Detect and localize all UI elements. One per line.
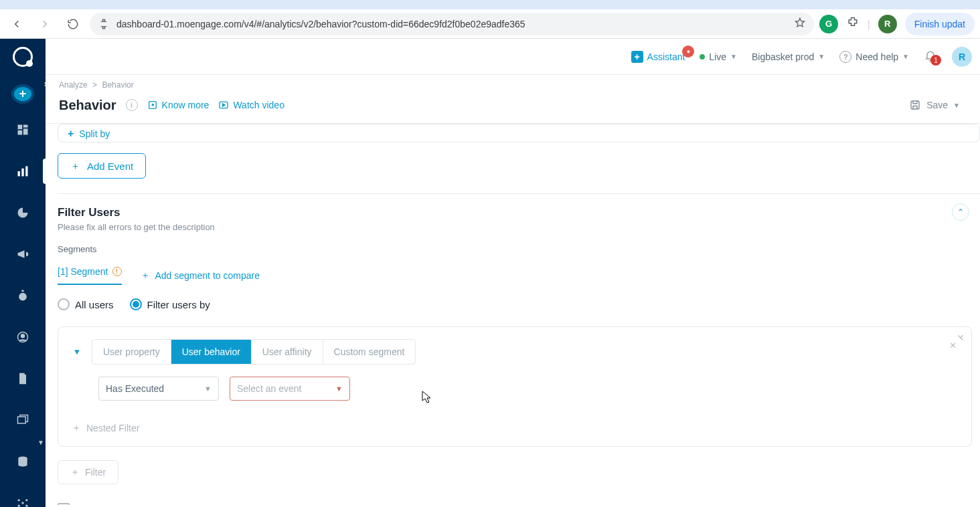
radio-icon <box>58 298 70 310</box>
assistant-badge-icon: ● <box>682 45 694 58</box>
add-filter-button[interactable]: ＋ Filter <box>58 460 118 484</box>
back-button[interactable] <box>5 13 28 35</box>
filter-users-panel: ⌃ Filter Users Please fix all errors to … <box>58 193 980 505</box>
svg-rect-13 <box>18 417 26 423</box>
sidebar-item-pie[interactable] <box>0 200 46 225</box>
chevron-down-icon: ▼ <box>902 53 909 60</box>
svg-rect-23 <box>911 101 919 109</box>
need-help-button[interactable]: ? Need help ▼ <box>839 51 909 63</box>
sidebar-scroll-down-icon[interactable]: ▼ <box>37 439 44 446</box>
chevron-down-icon: ▼ <box>335 385 343 393</box>
finish-update-button[interactable]: Finish updat <box>905 13 975 35</box>
chevron-down-icon: ▼ <box>953 102 960 109</box>
segment-tab-1[interactable]: [1] Segment ! <box>58 266 122 285</box>
add-nested-filter-button[interactable]: ＋ Nested Filter <box>69 422 961 434</box>
grammarly-extension-icon[interactable]: G <box>819 15 838 33</box>
page-title: Behavior <box>59 98 116 113</box>
chevron-down-icon: ▼ <box>730 53 737 60</box>
sidebar-item-stopwatch[interactable] <box>0 283 46 308</box>
svg-point-16 <box>18 499 20 501</box>
extensions-icon[interactable] <box>846 16 860 31</box>
svg-rect-4 <box>23 128 28 134</box>
execution-condition-select[interactable]: Has Executed ▼ <box>98 377 219 401</box>
sidebar-item-data[interactable] <box>0 449 46 474</box>
split-by-label[interactable]: Split by <box>79 128 110 139</box>
notifications-button[interactable]: 1 <box>924 49 937 64</box>
address-bar[interactable]: dashboard-01.moengage.com/v4/#/analytics… <box>90 13 814 35</box>
tab-user-property[interactable]: User property <box>92 340 171 364</box>
exclude-users-checkbox[interactable] <box>58 503 70 505</box>
breadcrumb-current: Behavior <box>102 80 133 90</box>
breadcrumb-parent[interactable]: Analyze <box>59 80 88 90</box>
close-icon[interactable]: ✕ <box>949 340 957 350</box>
sidebar-item-campaign[interactable] <box>0 241 46 267</box>
filter-subtitle: Please fix all errors to get the descrip… <box>58 222 980 232</box>
page-title-row: Behavior i Know more Watch video Save ▼ <box>46 90 980 124</box>
svg-rect-10 <box>21 290 23 292</box>
collapse-rule-icon[interactable]: ▼ <box>70 343 84 361</box>
url-text: dashboard-01.moengage.com/v4/#/analytics… <box>116 19 787 29</box>
status-dot-icon <box>700 54 705 60</box>
browser-toolbar: dashboard-01.moengage.com/v4/#/analytics… <box>0 9 980 39</box>
chevron-down-icon: ▼ <box>204 385 212 393</box>
plus-icon: ＋ <box>70 466 80 478</box>
sidebar: + <box>0 39 46 507</box>
know-more-link[interactable]: Know more <box>147 100 210 110</box>
svg-point-19 <box>25 505 27 507</box>
help-icon: ? <box>839 51 851 63</box>
svg-point-17 <box>25 499 27 501</box>
exclude-users-label: Exclude Users <box>76 504 141 506</box>
workspace-selector[interactable]: Bigbasket prod ▼ <box>752 52 825 62</box>
filter-rule-card: ✕ ▼ User property User behavior User aff… <box>69 336 961 413</box>
main-region: + Assistant ● Live ▼ Bigbasket prod ▼ ? … <box>46 39 980 507</box>
event-select[interactable]: Select an event ▼ <box>230 377 350 401</box>
svg-point-12 <box>21 334 25 338</box>
segment-tabs: [1] Segment ! ＋ Add segment to compare <box>58 266 980 285</box>
assistant-plus-icon: + <box>631 51 643 63</box>
plus-icon[interactable]: + <box>68 128 74 140</box>
add-segment-button[interactable]: ＋ Add segment to compare <box>141 270 260 282</box>
plus-icon: ＋ <box>141 270 150 282</box>
warning-icon: ! <box>112 267 122 276</box>
bookmark-star-icon[interactable] <box>794 17 806 31</box>
save-button[interactable]: Save ▼ <box>902 95 967 115</box>
radio-icon <box>130 298 142 310</box>
sidebar-item-layers[interactable] <box>0 407 46 433</box>
split-by-card: + Split by <box>58 124 980 142</box>
forward-button[interactable] <box>33 13 56 35</box>
sidebar-item-dashboard[interactable] <box>0 117 46 142</box>
svg-rect-6 <box>18 171 20 177</box>
sidebar-item-analytics[interactable] <box>0 159 46 184</box>
tab-user-affinity[interactable]: User affinity <box>252 340 323 364</box>
breadcrumb: Analyze > Behavior <box>46 75 980 90</box>
assistant-button[interactable]: + Assistant ● <box>631 51 685 63</box>
filter-type-tabs: User property User behavior User affinit… <box>92 339 416 365</box>
watch-video-link[interactable]: Watch video <box>218 100 284 110</box>
radio-all-users[interactable]: All users <box>58 298 114 310</box>
profile-avatar-icon[interactable]: R <box>878 15 897 33</box>
svg-rect-7 <box>21 169 23 177</box>
info-icon[interactable]: i <box>126 99 138 111</box>
add-event-button[interactable]: ＋ Add Event <box>58 153 146 179</box>
svg-rect-5 <box>18 130 23 135</box>
plus-icon: ＋ <box>70 160 80 173</box>
svg-rect-8 <box>25 167 27 177</box>
brand-logo-icon[interactable] <box>9 47 36 67</box>
plus-icon: ＋ <box>72 422 81 434</box>
sidebar-item-user[interactable] <box>0 324 46 350</box>
sidebar-item-file[interactable] <box>0 366 46 391</box>
environment-selector[interactable]: Live ▼ <box>700 52 737 62</box>
create-button[interactable]: + <box>11 84 34 104</box>
tab-custom-segment[interactable]: Custom segment <box>323 340 416 364</box>
reload-button[interactable] <box>62 13 84 35</box>
svg-point-9 <box>19 293 27 301</box>
segments-label: Segments <box>58 244 980 254</box>
filter-title: Filter Users <box>58 206 980 219</box>
tab-user-behavior[interactable]: User behavior <box>171 340 252 364</box>
chevron-down-icon: ▼ <box>818 53 825 60</box>
collapse-panel-icon[interactable]: ⌃ <box>952 203 969 221</box>
user-menu[interactable]: R <box>952 47 972 67</box>
radio-filter-users-by[interactable]: Filter users by <box>130 298 210 310</box>
site-settings-icon[interactable] <box>98 18 110 30</box>
sidebar-item-connect[interactable] <box>0 490 46 507</box>
